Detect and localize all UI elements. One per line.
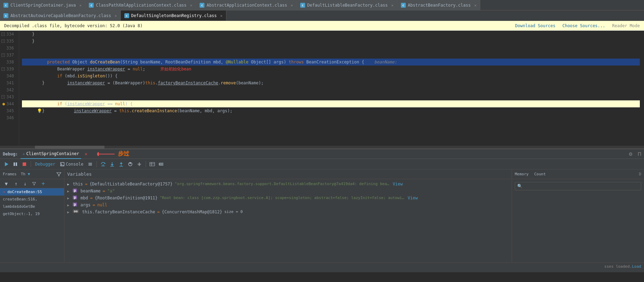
tab-close-6[interactable]: ✕ [220, 14, 223, 18]
tab-default-singleton-registry[interactable]: c DefaultSingletonBeanRegistry.class ✕ [121, 10, 226, 21]
fold-343[interactable]: − [1, 95, 5, 99]
tab-close-0[interactable]: ✕ [79, 3, 82, 8]
code-content: } } protected Object doCreateBean(String… [19, 31, 640, 146]
console-tab[interactable]: Console [58, 160, 86, 168]
tab-close-3[interactable]: ✕ [391, 3, 394, 8]
svg-rect-5 [23, 162, 26, 166]
frames-filter-btn[interactable] [56, 172, 61, 177]
var-args-arrow: ▶ [67, 203, 71, 207]
line-340: 340 [0, 73, 16, 79]
evaluate-expr[interactable] [135, 160, 143, 168]
resume-button[interactable] [2, 160, 10, 168]
var-this[interactable]: ▶ this = {DefaultListableBeanFactory@175… [64, 181, 512, 188]
tab-close-1[interactable]: ✕ [190, 3, 193, 8]
scrollbar-thumb[interactable] [35, 146, 104, 148]
class-file-icon-6: c [124, 13, 129, 18]
download-sources-link[interactable]: Download Sources [515, 23, 556, 28]
choose-sources-link[interactable]: Choose Sources... [562, 23, 605, 28]
debug-panel-resize[interactable]: ⊓ [638, 151, 641, 157]
count-tab[interactable]: Count [534, 172, 546, 176]
var-this-view[interactable]: View [393, 182, 403, 186]
var-this-arrow: ▶ [67, 182, 71, 186]
tab-default-listable-bean[interactable]: c DefaultListableBeanFactory.class ✕ [297, 0, 397, 10]
var-mbd-detail: "Root bean: class [com.zzp.springboot.se… [160, 196, 404, 200]
debug-label: Debug: [3, 152, 18, 157]
svg-marker-18 [120, 162, 123, 164]
right-panel-close[interactable]: D [639, 172, 641, 176]
step-out-button[interactable] [117, 160, 125, 168]
line-343: −343 [0, 93, 16, 100]
variables-header: Variables [64, 169, 512, 179]
var-mbd[interactable]: ▶ p mbd = {RootBeanDefinition@1911} "Roo… [64, 195, 512, 201]
var-mbd-arrow: ▶ [67, 196, 71, 200]
debug-tab-close[interactable]: ✕ [85, 151, 87, 157]
load-link[interactable]: Load [632, 264, 642, 269]
frames-filter[interactable] [30, 180, 38, 188]
frame-do-create-bean[interactable]: → doCreateBean:55 [0, 188, 64, 196]
var-cache-equals: = [157, 209, 160, 214]
var-args[interactable]: ▶ p args = null [64, 201, 512, 208]
fold-339[interactable]: − [1, 67, 5, 71]
step-annotation: 步过 [97, 150, 129, 158]
code-line-336 [22, 45, 640, 52]
var-this-name: this [73, 182, 83, 186]
tab-close-5[interactable]: ✕ [115, 14, 117, 18]
var-args-badge: p [73, 203, 77, 206]
memory-tab[interactable]: Memory [515, 172, 529, 176]
frame-get-object[interactable]: getObject:-1, 19 [0, 210, 64, 218]
settings-icon[interactable]: ⚙ [629, 151, 633, 157]
step-over-button[interactable] [99, 160, 107, 168]
horizontal-scrollbar[interactable] [0, 146, 644, 148]
class-file-icon-5: c [3, 13, 8, 18]
list-icon-btn[interactable] [86, 160, 94, 168]
var-mbd-value: {RootBeanDefinition@1911} [95, 196, 158, 200]
fold-335[interactable]: − [1, 39, 5, 43]
var-mbd-view[interactable]: View [408, 196, 418, 200]
var-beanname[interactable]: ▶ p beanName = "a" [64, 188, 512, 195]
var-cache-name: this.factoryBeanInstanceCache [82, 209, 155, 214]
line-338: 338 [0, 59, 16, 66]
fold-334[interactable]: − [1, 32, 5, 36]
line-numbers: −334 −335 336 −337 338 −339 340 341 342 … [0, 31, 19, 146]
search-input[interactable] [515, 182, 641, 190]
variables-table-btn[interactable] [148, 160, 156, 168]
variables-label: Variables [67, 172, 92, 177]
pause-button[interactable] [11, 160, 20, 168]
tab-bar-second: c AbstractAutowireCapableBeanFactory.cla… [0, 10, 644, 21]
svg-rect-4 [16, 162, 17, 166]
frame-down[interactable]: ↓ [21, 180, 29, 188]
debug-tab-client-spring[interactable]: ☕ ClientSpringContainer [21, 149, 81, 159]
tab-close-2[interactable]: ✕ [290, 3, 293, 8]
frames-panel: Frames Th ▼ ▼ ↑ ↓ + [0, 169, 64, 262]
tab-classpath-xml[interactable]: c ClassPathXmlApplicationContext.class ✕ [85, 0, 196, 10]
line-336: 336 [0, 45, 16, 52]
frame-controls: ▼ ↑ ↓ + [0, 179, 64, 188]
code-editor: −334 −335 336 −337 338 −339 340 341 342 … [0, 31, 644, 146]
frames-header-labels: Frames Th ▼ [3, 172, 30, 176]
fold-337[interactable]: − [1, 53, 5, 57]
frames-list: → doCreateBean:55 createBean:516, lambda… [0, 188, 64, 262]
var-cache-detail: size = 0 [224, 209, 243, 214]
svg-marker-2 [5, 162, 8, 166]
debugger-tab[interactable]: Debugger [33, 160, 57, 168]
line-339: −339 [0, 66, 16, 73]
frame-create-bean[interactable]: createBean:516, [0, 196, 64, 203]
line-344: ●344 [0, 100, 16, 107]
frames-list-btn[interactable] [157, 160, 165, 168]
tab-abstract-app-context[interactable]: c AbstractApplicationContext.class ✕ [196, 0, 297, 10]
frames-label: Frames [3, 172, 17, 176]
run-to-cursor[interactable] [126, 160, 134, 168]
stop-button[interactable] [20, 160, 29, 168]
frame-up[interactable]: ↑ [12, 180, 20, 188]
frame-lambda-do-get[interactable]: lambda$doGetBe [0, 203, 64, 210]
tab-abstract-autowire[interactable]: c AbstractAutowireCapableBeanFactory.cla… [0, 10, 121, 21]
var-factory-cache[interactable]: ▶ oo this.factoryBeanInstanceCache = {Co… [64, 208, 512, 215]
right-gutter [640, 31, 644, 146]
tab-client-spring-container[interactable]: c ClientSpringContainer.java ✕ [0, 0, 85, 10]
tab-close-4[interactable]: ✕ [474, 3, 476, 8]
add-frame[interactable]: + [39, 180, 47, 188]
step-into-button[interactable] [108, 160, 116, 168]
variables-panel: Variables ▶ this = {DefaultListableBeanF… [64, 169, 512, 262]
frames-dropdown[interactable]: ▼ [1, 180, 11, 188]
tab-abstract-bean-factory[interactable]: c AbstractBeanFactory.class ✕ [397, 0, 480, 10]
